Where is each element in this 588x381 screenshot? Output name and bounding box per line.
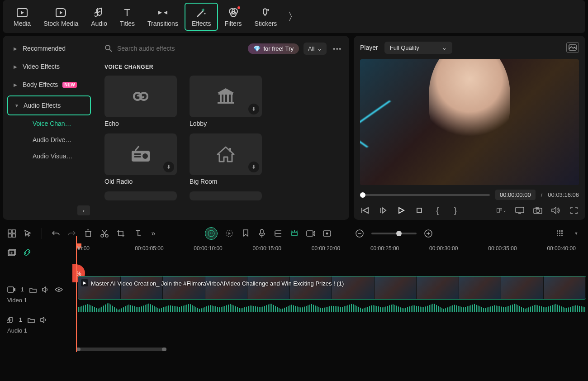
timeline-tracks[interactable]: % ▶ Master AI Video Creation_ Join the #… <box>76 262 588 352</box>
effect-card-extra[interactable] <box>104 191 177 200</box>
prev-frame-button[interactable] <box>360 205 370 215</box>
scrub-handle[interactable] <box>360 192 365 198</box>
video-preview[interactable] <box>360 59 579 185</box>
voiceover-button[interactable] <box>257 229 266 238</box>
volume-button[interactable] <box>551 205 561 215</box>
collapse-sidebar-button[interactable]: ‹ <box>77 205 90 215</box>
sidebar-audio-effects[interactable]: ▼ Audio Effects <box>7 95 91 115</box>
snapshot-display-button[interactable] <box>566 42 579 53</box>
effect-thumb: ⬇ <box>190 76 262 117</box>
mute-audio-button[interactable] <box>40 317 47 323</box>
view-dropdown-button[interactable]: ▼ <box>572 229 581 238</box>
nav-effects[interactable]: Effects <box>185 3 218 31</box>
svg-marker-23 <box>218 147 234 162</box>
svg-rect-43 <box>12 234 15 237</box>
zoom-slider[interactable] <box>371 233 417 234</box>
select-tool-button[interactable] <box>24 229 33 238</box>
delete-button[interactable] <box>84 229 93 238</box>
display-button[interactable] <box>515 205 525 215</box>
zoom-out-button[interactable] <box>355 229 364 238</box>
effect-card-old-radio[interactable]: ⬇ Old Radio <box>104 133 177 185</box>
filter-all-dropdown[interactable]: All ⌄ <box>303 43 327 55</box>
scrub-bar[interactable] <box>360 194 490 196</box>
crop-button[interactable] <box>116 229 125 238</box>
svg-rect-62 <box>292 232 297 236</box>
camera-button[interactable] <box>533 205 543 215</box>
sidebar-video-effects[interactable]: ▶ Video Effects <box>7 57 91 76</box>
timeline-ruler[interactable]: 00:00 00:00:05:00 00:00:10:00 00:00:15:0… <box>76 243 588 262</box>
nav-stock-media[interactable]: Stock Media <box>37 4 85 30</box>
play-button[interactable] <box>396 205 406 215</box>
undo-button[interactable] <box>51 229 60 238</box>
svg-rect-88 <box>8 287 14 292</box>
more-tools-button[interactable]: » <box>149 229 158 238</box>
quality-dropdown[interactable]: Full Quality ⌄ <box>384 42 452 54</box>
fullscreen-button[interactable] <box>569 205 579 215</box>
nav-more[interactable]: 〉 <box>288 11 299 22</box>
free-try-banner[interactable]: 💎 for free! Try <box>248 43 299 54</box>
effect-card-echo[interactable]: Echo <box>104 76 177 127</box>
svg-rect-17 <box>218 102 234 104</box>
playhead-line[interactable] <box>76 236 77 352</box>
folder-icon[interactable] <box>28 317 35 323</box>
layout-button[interactable]: ⌄ <box>497 205 507 215</box>
folder-icon[interactable] <box>29 287 37 293</box>
svg-point-4 <box>204 13 206 14</box>
view-options-button[interactable] <box>555 229 564 238</box>
sidebar-body-effects[interactable]: ▶ Body Effects NEW <box>7 76 91 94</box>
audio-waveform[interactable] <box>78 300 586 312</box>
mark-in-button[interactable]: { <box>432 205 442 215</box>
render-button[interactable] <box>225 229 234 238</box>
svg-marker-57 <box>228 232 231 235</box>
smart-edit-button[interactable] <box>290 229 299 238</box>
image-icon <box>569 44 577 51</box>
nav-media[interactable]: Media <box>7 4 37 30</box>
link-button[interactable] <box>23 248 32 257</box>
sidebar-sub-audio-drive[interactable]: Audio Drive… <box>7 132 91 148</box>
effect-thumb <box>104 191 177 200</box>
svg-text:T: T <box>124 8 130 18</box>
audio-mixer-button[interactable] <box>274 229 283 238</box>
more-options-button[interactable]: ••• <box>331 43 344 54</box>
nav-filters[interactable]: Filters <box>218 4 248 30</box>
record-button[interactable] <box>306 229 315 238</box>
video-track-name: Video 1 <box>7 297 69 304</box>
nav-audio[interactable]: Audio <box>85 4 114 30</box>
effect-card-lobby[interactable]: ⬇ Lobby <box>190 76 262 127</box>
mute-video-button[interactable] <box>42 286 49 293</box>
sidebar-sub-audio-visual[interactable]: Audio Visua… <box>7 148 91 164</box>
zoom-knob[interactable] <box>396 231 402 236</box>
download-icon[interactable]: ⬇ <box>163 162 174 172</box>
nav-titles[interactable]: T Titles <box>114 4 141 30</box>
effect-thumb <box>104 76 177 117</box>
marker-button[interactable] <box>241 229 250 238</box>
svg-marker-30 <box>399 208 404 213</box>
add-media-button[interactable] <box>7 248 16 257</box>
ai-assistant-button[interactable] <box>205 227 218 240</box>
download-icon[interactable]: ⬇ <box>248 104 259 114</box>
svg-rect-58 <box>261 229 263 234</box>
svg-line-64 <box>291 231 293 232</box>
keyframe-button[interactable] <box>322 229 332 238</box>
nav-stickers[interactable]: Stickers <box>248 4 284 30</box>
split-button[interactable] <box>100 229 109 238</box>
download-icon[interactable]: ⬇ <box>248 162 259 172</box>
search-input[interactable] <box>117 45 243 52</box>
mark-out-button[interactable]: } <box>450 205 460 215</box>
effect-card-big-room[interactable]: ⬇ Big Room <box>190 133 262 185</box>
video-clip[interactable]: ▶ Master AI Video Creation_ Join the #Fi… <box>78 276 586 300</box>
text-tool-button[interactable]: T <box>133 229 142 238</box>
nav-transitions[interactable]: Transitions <box>141 4 185 30</box>
horizontal-scrollbar[interactable] <box>76 348 166 351</box>
add-track-button[interactable] <box>7 229 16 238</box>
svg-rect-24 <box>229 148 231 152</box>
zoom-in-button[interactable] <box>424 229 433 238</box>
redo-button[interactable] <box>67 229 76 238</box>
visibility-button[interactable] <box>55 287 63 292</box>
sidebar-recommended[interactable]: ▶ Recommended <box>7 39 91 57</box>
svg-rect-14 <box>223 95 225 102</box>
step-back-button[interactable] <box>378 205 388 215</box>
sidebar-sub-voice-changer[interactable]: Voice Chan… <box>7 115 91 132</box>
effect-card-extra[interactable] <box>190 191 262 200</box>
stop-button[interactable] <box>414 205 424 215</box>
